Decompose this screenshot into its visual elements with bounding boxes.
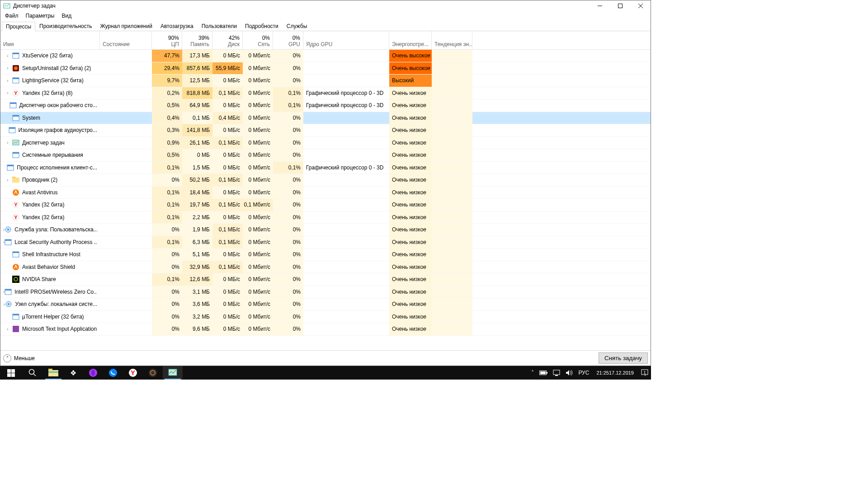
fewer-details-button[interactable]: ˄ Меньше [3,354,35,362]
menu-file[interactable]: Файл [1,12,22,20]
tray-clock[interactable]: 21:2517.12.2019 [592,366,638,380]
cell-gpu-engine [303,311,389,323]
process-icon [12,77,19,84]
table-row[interactable]: ›LightingService (32 бита)9,7%12,5 МБ0 М… [0,75,651,87]
menu-options[interactable]: Параметры [22,12,58,20]
table-row[interactable]: NVIDIA Share0,1%12,6 МБ0 МБ/с0 Мбит/с0%О… [0,273,651,286]
header-power[interactable]: Энергопотре... [389,31,432,49]
end-task-button[interactable]: Снять задачу [599,352,648,364]
cell-gpu: 0% [273,261,303,273]
steam-icon: ❖ [68,367,79,378]
expand-toggle[interactable]: › [3,87,12,99]
cell-network: 0 Мбит/с [243,249,273,261]
header-name[interactable]: Имя [0,31,100,49]
taskbar-explorer[interactable] [43,366,63,380]
svg-rect-25 [12,177,15,178]
tray-battery-icon[interactable] [537,366,550,380]
table-row[interactable]: System0,4%0,1 МБ0,4 МБ/с0 Мбит/с0%Очень … [0,112,651,125]
table-row[interactable]: ›Intel® PROSet/Wireless Zero Co...0%3,1 … [0,286,651,299]
table-row[interactable]: ›Диспетчер задач0,9%26,1 МБ0,1 МБ/с0 Мби… [0,137,651,150]
tab-details[interactable]: Подробности [241,21,283,31]
taskbar-taskmanager[interactable] [163,366,183,380]
table-row[interactable]: Изоляция графов аудиоустро...0,3%141,8 М… [0,124,651,137]
maximize-button[interactable] [610,0,630,11]
table-row[interactable]: ›Служба узла: Пользовательска...0%1,9 МБ… [0,224,651,236]
expand-toggle[interactable]: › [3,323,12,335]
taskbar[interactable]: ❖ Y ˄ РУС 21:2517.12.2019 1 [0,366,651,380]
header-cpu[interactable]: 90%ЦП [152,31,182,49]
tab-apphistory[interactable]: Журнал приложений [96,21,156,31]
tab-performance[interactable]: Производительность [35,21,96,31]
process-name: Служба узла: Пользовательска... [14,226,97,233]
header-status[interactable]: Состояние [100,31,152,49]
table-row[interactable]: ›Проводник (2)0%50,2 МБ0,1 МБ/с0 Мбит/с0… [0,174,651,187]
table-row[interactable]: Avast Antivirus0,1%18,4 МБ0 МБ/с0 Мбит/с… [0,187,651,199]
header-gpu-engine[interactable]: Ядро GPU [303,31,389,49]
window-title: Диспетчер задач [13,3,590,9]
start-button[interactable] [0,366,22,380]
expand-toggle[interactable]: › [3,174,12,186]
table-row[interactable]: ›Узел службы: локальная систе...0%3,6 МБ… [0,298,651,311]
titlebar[interactable]: Диспетчер задач [0,0,651,11]
cell-gpu-engine [303,75,389,87]
tab-processes[interactable]: Процессы [2,22,35,31]
expand-toggle[interactable]: › [3,75,12,87]
svg-rect-6 [13,53,19,54]
expand-toggle[interactable]: › [3,62,12,75]
taskbar-opera[interactable] [83,366,103,380]
minimize-button[interactable] [590,0,610,11]
close-button[interactable] [630,0,651,11]
tab-users[interactable]: Пользователи [198,21,241,31]
header-disk[interactable]: 42%Диск [212,31,243,49]
search-button[interactable] [22,366,43,380]
tray-network-icon[interactable] [550,366,563,380]
table-row[interactable]: Shell Infrastructure Host0%5,1 МБ0 МБ/с0… [0,249,651,261]
taskbar-game[interactable] [143,366,163,380]
table-row[interactable]: ›Local Security Authority Process ...0,1… [0,236,651,249]
svg-rect-50 [11,373,15,377]
taskbar-steam[interactable]: ❖ [63,366,83,380]
expand-toggle [3,149,12,161]
table-row[interactable]: Диспетчер окон рабочего сто...0,5%64,9 М… [0,99,651,112]
header-gpu[interactable]: 0%GPU [273,31,303,49]
tab-startup[interactable]: Автозагрузка [156,21,198,31]
taskbar-yandex[interactable]: Y [123,366,143,380]
table-row[interactable]: Процесс исполнения клиент-с...0,1%1,5 МБ… [0,162,651,174]
tray-action-center-icon[interactable]: 1 [638,366,651,380]
table-row[interactable]: Системные прерывания0,5%0 МБ0 МБ/с0 Мбит… [0,149,651,162]
table-row[interactable]: ›XtuService (32 бита)47,7%17,3 МБ0 МБ/с0… [0,50,651,62]
table-row[interactable]: Avast Behavior Shield0%32,9 МБ0,1 МБ/с0 … [0,261,651,274]
cell-power: Очень низкое [389,99,432,112]
process-icon [12,313,19,320]
cell-network: 0 Мбит/с [243,87,273,99]
svg-rect-66 [540,371,546,374]
menu-view[interactable]: Вид [58,12,75,20]
svg-text:Y: Y [14,202,18,207]
header-trend[interactable]: Тенденция эн... [432,31,472,49]
taskbar-uplay[interactable] [103,366,123,380]
cell-status [100,149,152,161]
header-memory[interactable]: 39%Память [182,31,212,49]
table-row[interactable]: µTorrent Helper (32 бита)0%3,2 МБ0 МБ/с0… [0,311,651,324]
process-name: Диспетчер окон рабочего сто... [19,102,97,108]
table-row[interactable]: ›Microsoft Text Input Application0%9,6 М… [0,323,651,336]
expand-toggle[interactable]: › [3,50,12,62]
table-row[interactable]: ›YYandex (32 бита) (8)0,2%818,8 МБ0,1 МБ… [0,87,651,100]
table-row[interactable]: ›Setup/Uninstall (32 бита) (2)29,4%857,6… [0,62,651,75]
tab-services[interactable]: Службы [283,21,311,31]
cell-network: 0 Мбит/с [243,50,273,62]
process-list[interactable]: ›XtuService (32 бита)47,7%17,3 МБ0 МБ/с0… [0,50,651,350]
expand-toggle[interactable]: › [3,137,12,149]
tray-volume-icon[interactable] [563,366,576,380]
table-row[interactable]: YYandex (32 бита)0,1%2,2 МБ0 МБ/с0 Мбит/… [0,211,651,224]
tray-language[interactable]: РУС [576,366,592,380]
system-tray: ˄ РУС 21:2517.12.2019 1 [528,366,651,380]
cell-disk: 0,4 МБ/с [212,112,243,124]
tray-chevron-up-icon[interactable]: ˄ [528,366,537,380]
header-network[interactable]: 0%Сеть [243,31,273,49]
cell-cpu: 0,1% [152,199,182,211]
cell-power: Очень низкое [389,298,432,310]
cell-gpu: 0% [273,224,303,236]
table-row[interactable]: YYandex (32 бита)0,1%19,7 МБ0,1 МБ/с0,1 … [0,199,651,211]
svg-rect-53 [48,370,58,376]
